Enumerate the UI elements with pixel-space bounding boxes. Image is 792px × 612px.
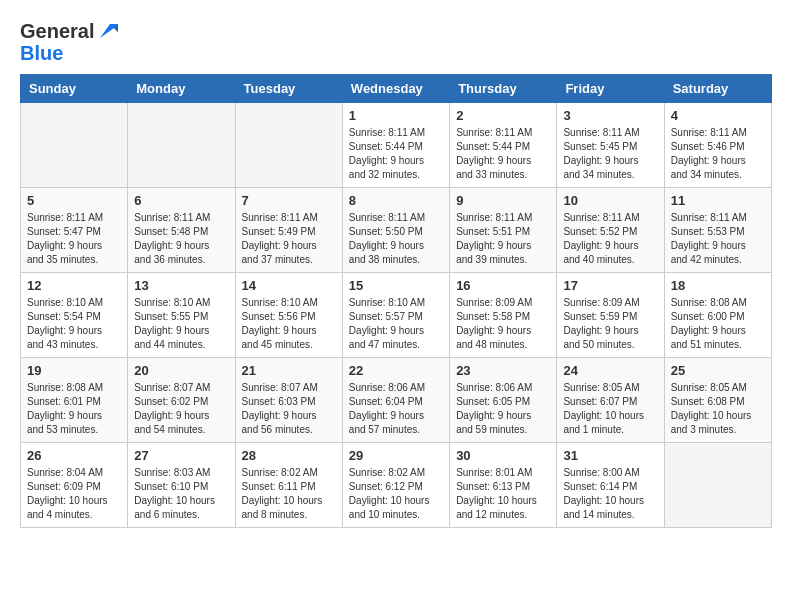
calendar-cell: 19Sunrise: 8:08 AM Sunset: 6:01 PM Dayli…	[21, 358, 128, 443]
logo: General Blue	[20, 20, 118, 64]
day-number: 18	[671, 278, 765, 293]
calendar-week-3: 12Sunrise: 8:10 AM Sunset: 5:54 PM Dayli…	[21, 273, 772, 358]
day-info: Sunrise: 8:00 AM Sunset: 6:14 PM Dayligh…	[563, 466, 657, 522]
day-number: 4	[671, 108, 765, 123]
calendar-week-5: 26Sunrise: 8:04 AM Sunset: 6:09 PM Dayli…	[21, 443, 772, 528]
day-number: 17	[563, 278, 657, 293]
logo-general: General	[20, 20, 94, 42]
calendar-table: SundayMondayTuesdayWednesdayThursdayFrid…	[20, 74, 772, 528]
day-number: 26	[27, 448, 121, 463]
day-info: Sunrise: 8:07 AM Sunset: 6:03 PM Dayligh…	[242, 381, 336, 437]
day-number: 14	[242, 278, 336, 293]
day-number: 11	[671, 193, 765, 208]
calendar-cell: 27Sunrise: 8:03 AM Sunset: 6:10 PM Dayli…	[128, 443, 235, 528]
day-number: 9	[456, 193, 550, 208]
calendar-cell: 12Sunrise: 8:10 AM Sunset: 5:54 PM Dayli…	[21, 273, 128, 358]
calendar-week-4: 19Sunrise: 8:08 AM Sunset: 6:01 PM Dayli…	[21, 358, 772, 443]
day-info: Sunrise: 8:11 AM Sunset: 5:50 PM Dayligh…	[349, 211, 443, 267]
calendar-cell	[664, 443, 771, 528]
day-number: 28	[242, 448, 336, 463]
col-header-friday: Friday	[557, 75, 664, 103]
day-info: Sunrise: 8:11 AM Sunset: 5:44 PM Dayligh…	[349, 126, 443, 182]
day-number: 5	[27, 193, 121, 208]
day-info: Sunrise: 8:10 AM Sunset: 5:56 PM Dayligh…	[242, 296, 336, 352]
day-info: Sunrise: 8:09 AM Sunset: 5:58 PM Dayligh…	[456, 296, 550, 352]
calendar-cell: 17Sunrise: 8:09 AM Sunset: 5:59 PM Dayli…	[557, 273, 664, 358]
day-info: Sunrise: 8:11 AM Sunset: 5:46 PM Dayligh…	[671, 126, 765, 182]
day-info: Sunrise: 8:11 AM Sunset: 5:53 PM Dayligh…	[671, 211, 765, 267]
calendar-cell: 30Sunrise: 8:01 AM Sunset: 6:13 PM Dayli…	[450, 443, 557, 528]
day-info: Sunrise: 8:05 AM Sunset: 6:08 PM Dayligh…	[671, 381, 765, 437]
calendar-cell: 25Sunrise: 8:05 AM Sunset: 6:08 PM Dayli…	[664, 358, 771, 443]
calendar-cell: 6Sunrise: 8:11 AM Sunset: 5:48 PM Daylig…	[128, 188, 235, 273]
svg-marker-0	[100, 24, 118, 38]
calendar-cell: 10Sunrise: 8:11 AM Sunset: 5:52 PM Dayli…	[557, 188, 664, 273]
day-number: 10	[563, 193, 657, 208]
day-number: 23	[456, 363, 550, 378]
calendar-cell: 5Sunrise: 8:11 AM Sunset: 5:47 PM Daylig…	[21, 188, 128, 273]
calendar-cell: 22Sunrise: 8:06 AM Sunset: 6:04 PM Dayli…	[342, 358, 449, 443]
day-info: Sunrise: 8:11 AM Sunset: 5:52 PM Dayligh…	[563, 211, 657, 267]
calendar-header-row: SundayMondayTuesdayWednesdayThursdayFrid…	[21, 75, 772, 103]
day-number: 27	[134, 448, 228, 463]
day-info: Sunrise: 8:11 AM Sunset: 5:48 PM Dayligh…	[134, 211, 228, 267]
page-header: General Blue	[20, 20, 772, 64]
calendar-cell: 9Sunrise: 8:11 AM Sunset: 5:51 PM Daylig…	[450, 188, 557, 273]
col-header-wednesday: Wednesday	[342, 75, 449, 103]
day-info: Sunrise: 8:10 AM Sunset: 5:54 PM Dayligh…	[27, 296, 121, 352]
day-number: 6	[134, 193, 228, 208]
col-header-thursday: Thursday	[450, 75, 557, 103]
logo-blue: Blue	[20, 42, 63, 64]
calendar-cell	[21, 103, 128, 188]
day-info: Sunrise: 8:08 AM Sunset: 6:00 PM Dayligh…	[671, 296, 765, 352]
calendar-cell: 14Sunrise: 8:10 AM Sunset: 5:56 PM Dayli…	[235, 273, 342, 358]
day-info: Sunrise: 8:05 AM Sunset: 6:07 PM Dayligh…	[563, 381, 657, 437]
col-header-sunday: Sunday	[21, 75, 128, 103]
col-header-tuesday: Tuesday	[235, 75, 342, 103]
day-info: Sunrise: 8:06 AM Sunset: 6:05 PM Dayligh…	[456, 381, 550, 437]
day-info: Sunrise: 8:01 AM Sunset: 6:13 PM Dayligh…	[456, 466, 550, 522]
day-number: 8	[349, 193, 443, 208]
calendar-cell: 7Sunrise: 8:11 AM Sunset: 5:49 PM Daylig…	[235, 188, 342, 273]
calendar-cell: 4Sunrise: 8:11 AM Sunset: 5:46 PM Daylig…	[664, 103, 771, 188]
calendar-cell: 21Sunrise: 8:07 AM Sunset: 6:03 PM Dayli…	[235, 358, 342, 443]
day-number: 29	[349, 448, 443, 463]
day-info: Sunrise: 8:10 AM Sunset: 5:55 PM Dayligh…	[134, 296, 228, 352]
col-header-monday: Monday	[128, 75, 235, 103]
day-number: 2	[456, 108, 550, 123]
day-info: Sunrise: 8:08 AM Sunset: 6:01 PM Dayligh…	[27, 381, 121, 437]
calendar-cell: 13Sunrise: 8:10 AM Sunset: 5:55 PM Dayli…	[128, 273, 235, 358]
calendar-cell: 8Sunrise: 8:11 AM Sunset: 5:50 PM Daylig…	[342, 188, 449, 273]
day-number: 20	[134, 363, 228, 378]
calendar-cell: 11Sunrise: 8:11 AM Sunset: 5:53 PM Dayli…	[664, 188, 771, 273]
day-info: Sunrise: 8:11 AM Sunset: 5:51 PM Dayligh…	[456, 211, 550, 267]
day-number: 25	[671, 363, 765, 378]
calendar-cell: 31Sunrise: 8:00 AM Sunset: 6:14 PM Dayli…	[557, 443, 664, 528]
day-number: 31	[563, 448, 657, 463]
calendar-cell: 18Sunrise: 8:08 AM Sunset: 6:00 PM Dayli…	[664, 273, 771, 358]
calendar-cell: 23Sunrise: 8:06 AM Sunset: 6:05 PM Dayli…	[450, 358, 557, 443]
day-number: 7	[242, 193, 336, 208]
day-number: 15	[349, 278, 443, 293]
day-number: 1	[349, 108, 443, 123]
calendar-cell: 15Sunrise: 8:10 AM Sunset: 5:57 PM Dayli…	[342, 273, 449, 358]
day-info: Sunrise: 8:09 AM Sunset: 5:59 PM Dayligh…	[563, 296, 657, 352]
day-number: 12	[27, 278, 121, 293]
calendar-cell: 3Sunrise: 8:11 AM Sunset: 5:45 PM Daylig…	[557, 103, 664, 188]
day-info: Sunrise: 8:10 AM Sunset: 5:57 PM Dayligh…	[349, 296, 443, 352]
day-number: 3	[563, 108, 657, 123]
logo-wave-icon	[96, 20, 118, 42]
day-number: 19	[27, 363, 121, 378]
calendar-cell: 20Sunrise: 8:07 AM Sunset: 6:02 PM Dayli…	[128, 358, 235, 443]
day-number: 30	[456, 448, 550, 463]
day-number: 16	[456, 278, 550, 293]
day-info: Sunrise: 8:04 AM Sunset: 6:09 PM Dayligh…	[27, 466, 121, 522]
calendar-cell: 16Sunrise: 8:09 AM Sunset: 5:58 PM Dayli…	[450, 273, 557, 358]
calendar-cell: 1Sunrise: 8:11 AM Sunset: 5:44 PM Daylig…	[342, 103, 449, 188]
day-number: 13	[134, 278, 228, 293]
day-info: Sunrise: 8:02 AM Sunset: 6:12 PM Dayligh…	[349, 466, 443, 522]
day-info: Sunrise: 8:11 AM Sunset: 5:44 PM Dayligh…	[456, 126, 550, 182]
calendar-cell: 29Sunrise: 8:02 AM Sunset: 6:12 PM Dayli…	[342, 443, 449, 528]
calendar-cell: 28Sunrise: 8:02 AM Sunset: 6:11 PM Dayli…	[235, 443, 342, 528]
day-number: 21	[242, 363, 336, 378]
